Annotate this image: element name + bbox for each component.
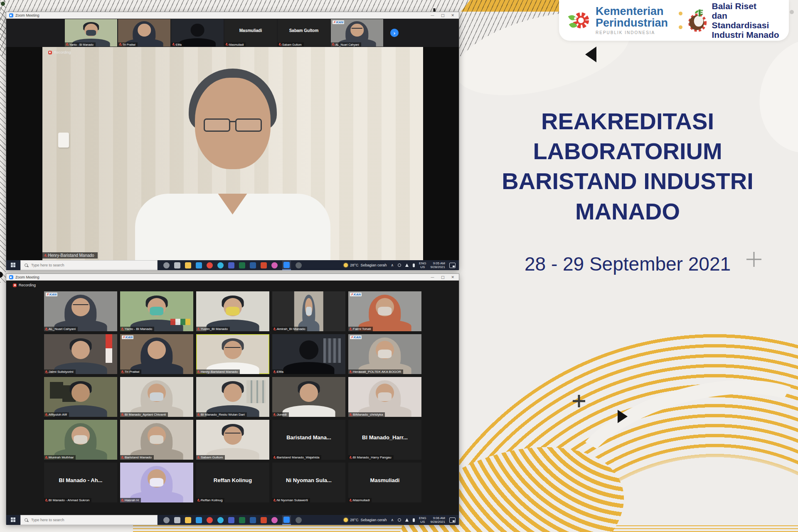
- participant-name-chip: AL_Nuari Cahyani: [331, 42, 361, 47]
- taskbar-icon-illustrator[interactable]: [261, 517, 267, 523]
- recording-indicator: Recording: [13, 283, 36, 287]
- date-text: 9/28/2021: [430, 265, 445, 269]
- participant-tile[interactable]: Sabam GultomSabam Gultom: [278, 19, 330, 47]
- participant-tile[interactable]: Amirah_BI Manado: [272, 291, 345, 331]
- participant-tile[interactable]: ✗KANFairni Tohati: [348, 291, 421, 331]
- taskbar-icon-illustrator[interactable]: [261, 262, 267, 268]
- participant-tile[interactable]: BI Manado_Apriani Chivanti: [120, 377, 193, 417]
- network-icon[interactable]: [405, 518, 409, 522]
- taskbar-icon-whatsapp-desktop[interactable]: [296, 262, 302, 268]
- taskbar-icon-cortana[interactable]: [163, 517, 170, 523]
- person-glasses: [352, 28, 362, 30]
- taskbar-icon-edge[interactable]: [217, 517, 224, 523]
- maximize-button[interactable]: □: [441, 274, 445, 281]
- volume-icon[interactable]: [413, 264, 415, 267]
- tray-status-icon[interactable]: [398, 518, 401, 522]
- taskbar-icon-vs-code[interactable]: [196, 262, 202, 268]
- participant-tile[interactable]: Baristand Manado: [120, 420, 193, 460]
- participant-tile[interactable]: ✗KANAL_Nuari Cahyani: [44, 291, 117, 331]
- participant-name-large: Masmuliadi: [224, 19, 277, 42]
- participant-name-chip: Amirah_BI Manado: [272, 327, 307, 331]
- participant-tile[interactable]: MasmuliadiMasmuliadi: [348, 463, 421, 502]
- participant-tile[interactable]: Tri Pratiwi: [118, 19, 170, 47]
- taskbar-search[interactable]: [20, 515, 158, 525]
- kan-x-icon: ✗: [123, 335, 126, 339]
- start-button[interactable]: [6, 515, 20, 525]
- participant-tile[interactable]: Henry-Baristand Manado: [196, 334, 269, 374]
- minimize-button[interactable]: —: [431, 12, 434, 19]
- mic-muted-icon: [350, 413, 352, 416]
- taskbar-icon-chrome[interactable]: [207, 262, 213, 268]
- taskbar-icon-photos[interactable]: [271, 517, 278, 523]
- participant-tile[interactable]: ✗KANAL_Nuari Cahyani: [331, 19, 383, 47]
- participant-tile[interactable]: Reffan KolinugReffan Kolinug: [196, 463, 269, 502]
- participant-tile[interactable]: BI Manado - Ah...BI Manado - Ahmad Sukro…: [44, 463, 117, 502]
- participant-tile[interactable]: Ni Nyoman Sula...Ni Nyoman Sulawerti: [272, 463, 345, 502]
- participant-tile[interactable]: Junedi: [272, 377, 345, 417]
- clock[interactable]: 9:05 AM9/28/2021: [430, 261, 445, 269]
- tray-status-icon[interactable]: [398, 264, 401, 267]
- participant-tile[interactable]: ✗KANHerawati_POLTEK AKA BOGOR: [348, 334, 421, 374]
- participant-tile[interactable]: BI Manado_Restu Wulan Dari: [196, 377, 269, 417]
- taskbar-icon-file-explorer[interactable]: [185, 517, 191, 523]
- window-titlebar[interactable]: Zoom Meeting — □ ✕: [6, 12, 459, 19]
- next-participants-button[interactable]: ›: [390, 29, 399, 37]
- taskbar-icon-zoom[interactable]: [283, 262, 290, 268]
- face-mask: [150, 478, 163, 486]
- taskbar-icon-task-view[interactable]: [174, 517, 180, 523]
- taskbar-icon-edge[interactable]: [217, 262, 224, 268]
- taskbar-icon-vs-code[interactable]: [196, 517, 202, 523]
- taskbar-icon-cortana[interactable]: [163, 262, 170, 268]
- notification-center-icon[interactable]: [449, 517, 456, 523]
- close-button[interactable]: ✕: [451, 274, 454, 281]
- network-icon[interactable]: [405, 264, 409, 267]
- participant-tile[interactable]: BIManado_christyka: [348, 377, 421, 417]
- taskbar-search[interactable]: [20, 260, 158, 270]
- participant-tile[interactable]: BI Manado_Harr...BI Manado_Harry Pangau: [348, 420, 421, 460]
- taskbar-icon-task-view[interactable]: [174, 262, 180, 268]
- participant-tile[interactable]: Affiyuloh Afif: [44, 377, 117, 417]
- taskbar-icon-excel[interactable]: [239, 517, 245, 523]
- participant-tile[interactable]: Munirah Muthhar: [44, 420, 117, 460]
- participant-tile[interactable]: Baristand Mana...Baristand Manado_Wajahi…: [272, 420, 345, 460]
- participant-tile[interactable]: Sabam Gultom: [196, 420, 269, 460]
- participant-tile[interactable]: Efifa: [272, 334, 345, 374]
- taskbar-search-input[interactable]: [31, 263, 153, 267]
- taskbar-icon-teams[interactable]: [228, 262, 234, 268]
- kan-label: KAN: [354, 293, 361, 296]
- taskbar-icon-zoom[interactable]: [283, 517, 290, 523]
- chevron-up-icon[interactable]: ∧: [391, 518, 394, 522]
- notification-center-icon[interactable]: [449, 263, 456, 268]
- taskbar-icon-photos[interactable]: [271, 262, 278, 268]
- window-titlebar[interactable]: Zoom Meeting — □ ✕: [6, 274, 459, 281]
- taskbar-icon-chrome[interactable]: [207, 517, 213, 523]
- close-button[interactable]: ✕: [451, 12, 454, 19]
- language-indicator[interactable]: ENGUS: [419, 516, 426, 524]
- weather-widget[interactable]: 28°CSebagian cerah: [344, 263, 387, 267]
- participant-tile[interactable]: MasmuliadiMasmuliadi: [224, 19, 277, 47]
- taskbar-icon-file-explorer[interactable]: [185, 262, 191, 268]
- maximize-button[interactable]: □: [441, 12, 445, 19]
- taskbar-icon-whatsapp-desktop[interactable]: [296, 517, 302, 523]
- background-detail: [170, 319, 190, 325]
- minimize-button[interactable]: —: [431, 274, 434, 281]
- participant-tile[interactable]: Jalmi Sulistyorini: [44, 334, 117, 374]
- volume-icon[interactable]: [413, 518, 415, 522]
- participant-name-chip: Masmuliadi: [348, 498, 372, 502]
- participant-tile[interactable]: Yanto - BI Manado: [120, 291, 193, 331]
- taskbar-icon-photoshop[interactable]: [250, 517, 256, 523]
- participant-tile[interactable]: Yanto - BI Manado: [65, 19, 117, 47]
- participant-tile[interactable]: ✗KANTri Pratiwi: [120, 334, 193, 374]
- start-button[interactable]: [6, 260, 20, 270]
- taskbar-icon-teams[interactable]: [228, 517, 234, 523]
- participant-tile[interactable]: Hasrah H: [120, 463, 193, 502]
- participant-tile[interactable]: Yustin_BI Manado: [196, 291, 269, 331]
- taskbar-search-input[interactable]: [31, 518, 153, 522]
- clock[interactable]: 9:06 AM9/28/2021: [430, 516, 445, 524]
- taskbar-icon-excel[interactable]: [239, 262, 245, 268]
- weather-widget[interactable]: 28°CSebagian cerah: [344, 518, 387, 522]
- participant-tile[interactable]: Efifa: [171, 19, 224, 47]
- taskbar-icon-photoshop[interactable]: [250, 262, 256, 268]
- chevron-up-icon[interactable]: ∧: [391, 263, 394, 267]
- language-indicator[interactable]: ENGUS: [419, 261, 426, 269]
